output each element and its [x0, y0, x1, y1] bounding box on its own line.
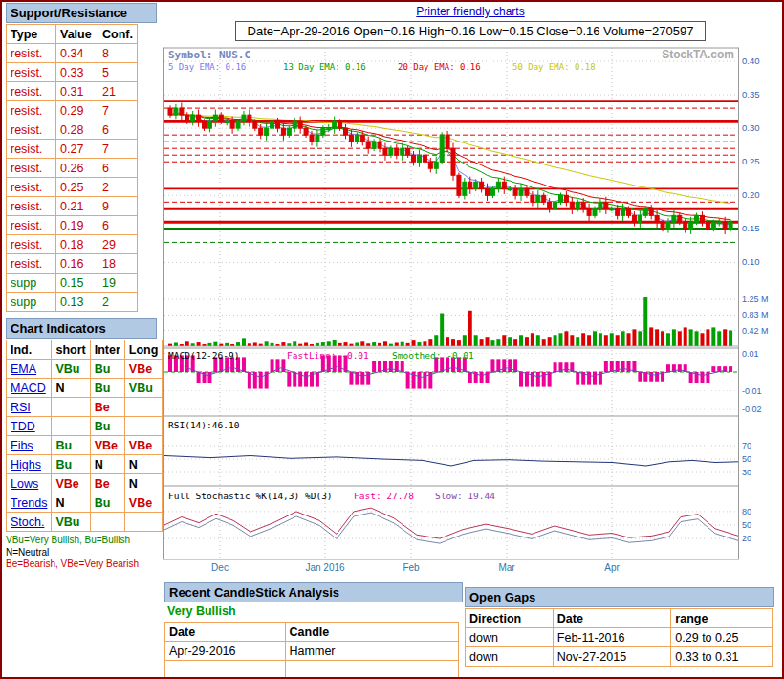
indicator-link-lows[interactable]: Lows: [11, 477, 38, 491]
support-resistance-table: Type Value Conf. resist. 0.34 8 resist. …: [6, 24, 138, 312]
indicator-inter-cell: Be: [90, 474, 124, 493]
ca-header-candle: Candle: [285, 623, 458, 642]
indicator-long-cell: N: [124, 455, 163, 474]
sr-type-cell: resist.: [7, 44, 56, 63]
indicator-short-cell: N: [52, 493, 90, 513]
indicator-long-cell: [124, 513, 163, 532]
sr-row: resist. 0.19 6: [7, 216, 138, 235]
indicator-short-cell: VBu: [52, 513, 90, 532]
chart-indicators-title: Chart Indicators: [6, 318, 157, 339]
sr-value-cell: 0.21: [56, 197, 98, 216]
chart-text: MACD(12-26-9): [168, 350, 239, 361]
indicator-long-cell: [124, 398, 163, 417]
chart-text: -0.02: [742, 405, 762, 414]
ci-header-ind: Ind.: [7, 340, 52, 360]
sr-conf-cell: 2: [98, 293, 138, 312]
chart-text: 50 Day EMA: 0.18: [512, 62, 596, 72]
sr-row: resist. 0.29 7: [7, 101, 138, 120]
indicator-row: RSI Be: [7, 398, 163, 417]
ci-header-short: short: [52, 340, 90, 360]
ratings-legend: VBu=Very Bullish, Bu=BullishN=NeutralBe=…: [6, 535, 157, 571]
chart-text: 80: [742, 507, 751, 516]
sr-header-type: Type: [7, 25, 56, 44]
indicator-name-cell: Fibs: [7, 436, 52, 455]
printer-friendly-link[interactable]: Printer friendly charts: [416, 5, 524, 18]
indicator-inter-cell: Bu: [90, 379, 124, 398]
chart-text: 30: [742, 468, 751, 477]
sr-conf-cell: 2: [98, 178, 138, 197]
chart-text: 50: [742, 520, 751, 530]
indicator-row: EMA VBu Bu VBe: [7, 360, 163, 379]
chart-text: Apr: [604, 562, 620, 573]
chart-text: StockTA.com: [662, 48, 734, 61]
ca-header-row: Date Candle: [165, 623, 459, 642]
sr-value-cell: 0.16: [56, 254, 98, 274]
sr-value-cell: 0.34: [56, 44, 98, 63]
indicator-link-tdd[interactable]: TDD: [11, 420, 35, 433]
sr-row: resist. 0.34 8: [7, 44, 138, 63]
chart-text: 0.15: [742, 223, 760, 233]
sr-value-cell: 0.18: [56, 235, 98, 254]
og-header-date: Date: [553, 609, 671, 628]
sr-conf-cell: 5: [98, 63, 138, 82]
chart-text: Smoothed: -0.01: [392, 350, 474, 361]
sr-conf-cell: 21: [98, 82, 138, 101]
indicator-short-cell: Bu: [52, 455, 90, 474]
indicator-link-fibs[interactable]: Fibs: [11, 439, 33, 452]
og-header-range: range: [671, 609, 773, 628]
sr-conf-cell: 7: [98, 101, 138, 120]
indicator-link-highs[interactable]: Highs: [11, 458, 41, 471]
indicator-long-cell: VBe: [124, 360, 163, 379]
indicator-name-cell: Trends: [7, 493, 52, 513]
ohlc-summary: Date=Apr-29-2016 Open=0.16 High=0.16 Low…: [235, 21, 707, 41]
gap-row: down Feb-11-2016 0.29 to 0.25: [466, 628, 773, 647]
chart-text: Dec: [211, 562, 229, 573]
support-resistance-title: Support/Resistance: [6, 3, 157, 23]
indicator-inter-cell: N: [90, 455, 124, 474]
stock-chart-svg: DecJan 2016FebMarApr0.400.350.300.250.20…: [163, 44, 778, 576]
sr-type-cell: resist.: [7, 101, 56, 120]
chart-text: 70: [742, 441, 751, 450]
chart-indicators-table: Ind. short Inter Long EMA VBu Bu VBe MAC…: [6, 340, 163, 532]
candle-name-cell: Hammer: [285, 642, 458, 661]
og-header-row: Direction Date range: [466, 609, 773, 628]
candle-name-cell: [285, 661, 458, 679]
sr-conf-cell: 6: [98, 159, 138, 178]
indicator-link-macd[interactable]: MACD: [11, 382, 46, 395]
chart-text: 0.01: [742, 349, 759, 359]
sr-row: supp 0.13 2: [7, 293, 138, 312]
chart-text: 20: [742, 534, 751, 543]
chart-text: 0.30: [742, 122, 760, 133]
legend-line: Be=Bearish, VBe=Very Bearish: [6, 559, 157, 571]
indicator-link-trends[interactable]: Trends: [11, 496, 47, 510]
sr-conf-cell: 7: [98, 140, 138, 159]
stockta-page: Support/Resistance Type Value Conf. resi…: [0, 0, 784, 679]
indicator-short-cell: VBe: [52, 474, 90, 493]
ca-header-date: Date: [165, 623, 286, 642]
sr-header-row: Type Value Conf.: [7, 25, 138, 44]
indicator-name-cell: Lows: [7, 474, 52, 493]
indicator-inter-cell: Bu: [90, 493, 124, 513]
chart-text: RSI(14):46.10: [168, 420, 240, 430]
sr-conf-cell: 18: [98, 254, 138, 274]
sr-type-cell: resist.: [7, 63, 56, 82]
indicator-short-cell: [52, 398, 90, 417]
chart-text: Fast: 27.78: [354, 491, 414, 501]
chart-text: 1.25 M: [742, 295, 769, 304]
indicator-row: Fibs Bu VBe VBe: [7, 436, 163, 455]
indicator-name-cell: TDD: [7, 417, 52, 436]
indicator-link-ema[interactable]: EMA: [11, 362, 36, 376]
candle-row: Apr-29-2016 Hammer: [165, 642, 459, 661]
candle-date-cell: [165, 661, 286, 679]
chart-text: Full Stochastic %K(14,3) %D(3): [168, 491, 333, 501]
chart-text: 50: [742, 454, 751, 464]
indicator-link-stoch[interactable]: Stoch.: [11, 515, 44, 529]
sr-value-cell: 0.33: [56, 63, 98, 82]
candle-date-cell: Apr-29-2016: [165, 642, 286, 661]
sr-row: resist. 0.16 18: [7, 254, 138, 274]
indicator-link-rsi[interactable]: RSI: [11, 401, 31, 414]
chart-text: FastLine: -0.01: [287, 350, 369, 361]
indicator-short-cell: [52, 417, 90, 436]
indicator-name-cell: RSI: [7, 398, 52, 417]
chart-text: 0.35: [742, 89, 760, 99]
